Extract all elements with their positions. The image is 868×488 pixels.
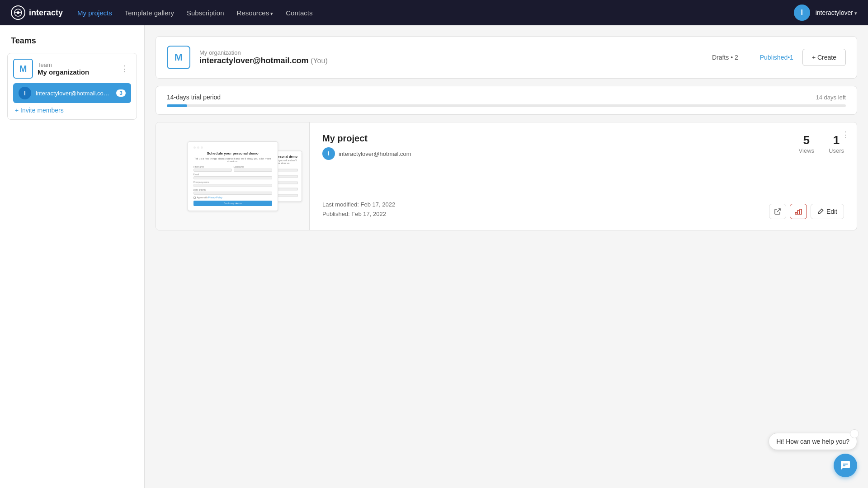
trial-bar: 14-days trial period 14 days left bbox=[156, 86, 857, 115]
preview-checkbox-text: Agree with Privacy Policy bbox=[197, 196, 222, 199]
team-card: M Team My organization ⋮ I interactylove… bbox=[7, 53, 137, 120]
chat-close-button[interactable]: − bbox=[850, 429, 859, 438]
sidebar-title: Teams bbox=[7, 36, 137, 46]
nav-subscription[interactable]: Subscription bbox=[187, 9, 224, 17]
svg-rect-6 bbox=[797, 211, 799, 214]
views-num: 5 bbox=[803, 133, 810, 147]
team-text: Team My organization bbox=[38, 61, 89, 76]
org-email: interactylover@hotmail.com bbox=[199, 56, 309, 65]
org-email-row: interactylover@hotmail.com (You) bbox=[199, 56, 703, 66]
project-actions: Edit bbox=[769, 204, 844, 219]
member-avatar: I bbox=[19, 87, 31, 99]
project-top: My project I interactylover@hotmail.com … bbox=[322, 133, 844, 160]
users-label: Users bbox=[829, 147, 844, 154]
project-title-owner: My project I interactylover@hotmail.com bbox=[322, 133, 411, 160]
preview-field-dob: Date of birth bbox=[193, 188, 272, 195]
progress-bar-fill bbox=[167, 104, 187, 107]
invite-label: + Invite members bbox=[15, 107, 64, 114]
team-info: M Team My organization bbox=[13, 59, 89, 79]
sidebar: Teams M Team My organization ⋮ I interac… bbox=[0, 25, 145, 488]
logo-text: interacty bbox=[29, 8, 63, 18]
user-name-dropdown[interactable]: interactylover bbox=[816, 9, 857, 16]
svg-point-1 bbox=[17, 11, 19, 14]
last-modified: Last modified: Feb 17, 2022 bbox=[322, 200, 395, 210]
edit-label: Edit bbox=[826, 208, 837, 215]
preview-field-name: First name Last name bbox=[193, 165, 272, 172]
team-name: My organization bbox=[38, 68, 89, 76]
owner-avatar: I bbox=[322, 147, 335, 160]
trial-days-left: 14 days left bbox=[816, 94, 846, 101]
member-row[interactable]: I interactylover@hotmail.com... 3 bbox=[13, 83, 131, 103]
svg-line-4 bbox=[777, 209, 780, 212]
page-wrapper: Teams M Team My organization ⋮ I interac… bbox=[0, 0, 868, 488]
member-email: interactylover@hotmail.com... bbox=[36, 90, 112, 97]
svg-rect-5 bbox=[795, 212, 797, 214]
org-header: M My organization interactylover@hotmail… bbox=[156, 36, 857, 79]
users-num: 1 bbox=[833, 133, 840, 147]
org-name-small: My organization bbox=[199, 49, 703, 56]
published-link[interactable]: Published•1 bbox=[760, 54, 793, 61]
project-owner: I interactylover@hotmail.com bbox=[322, 147, 411, 160]
trial-title: 14-days trial period bbox=[167, 94, 221, 101]
project-more-button[interactable]: ⋮ bbox=[841, 130, 849, 140]
chat-widget: Hi! How can we help you? − bbox=[769, 433, 857, 477]
org-you-label: (You) bbox=[311, 57, 328, 65]
svg-rect-7 bbox=[800, 209, 802, 214]
nav-my-projects[interactable]: My projects bbox=[77, 9, 112, 17]
project-preview: Schedule your personal demo Tell us a fe… bbox=[156, 122, 310, 230]
preview-field-email: Email bbox=[193, 173, 272, 179]
logo[interactable]: interacty bbox=[11, 5, 63, 20]
user-avatar-nav: I bbox=[794, 5, 810, 21]
org-info: My organization interactylover@hotmail.c… bbox=[199, 49, 703, 66]
project-info: My project I interactylover@hotmail.com … bbox=[310, 122, 857, 230]
analytics-button[interactable] bbox=[790, 204, 807, 219]
views-label: Views bbox=[799, 147, 814, 154]
navbar: interacty My projects Template gallery S… bbox=[0, 0, 868, 25]
preview-field-company: Company name bbox=[193, 181, 272, 187]
progress-bar-bg bbox=[167, 104, 846, 107]
org-stats: Drafts • 2 Published•1 bbox=[712, 53, 793, 61]
owner-email: interactylover@hotmail.com bbox=[339, 150, 411, 157]
navbar-right: I interactylover bbox=[794, 5, 857, 21]
trial-header: 14-days trial period 14 days left bbox=[167, 94, 846, 101]
published-date: Published: Feb 17, 2022 bbox=[322, 210, 395, 219]
chat-open-button[interactable] bbox=[834, 454, 857, 477]
nav-template-gallery[interactable]: Template gallery bbox=[125, 9, 174, 17]
team-label: Team bbox=[38, 61, 89, 68]
preview-main-title: Schedule your personal demo bbox=[193, 151, 272, 155]
open-external-button[interactable] bbox=[769, 204, 786, 219]
team-header: M Team My organization ⋮ bbox=[13, 59, 131, 79]
org-avatar: M bbox=[167, 46, 190, 69]
member-count: 3 bbox=[116, 89, 126, 97]
views-stat-block: 5 Views bbox=[799, 133, 814, 154]
nav-contacts[interactable]: Contacts bbox=[286, 9, 312, 17]
preview-checkbox: Agree with Privacy Policy bbox=[193, 196, 272, 199]
create-button[interactable]: + Create bbox=[802, 49, 846, 66]
team-avatar: M bbox=[13, 59, 33, 79]
team-more-button[interactable]: ⋮ bbox=[118, 63, 131, 75]
project-title: My project bbox=[322, 133, 411, 144]
nav-links: My projects Template gallery Subscriptio… bbox=[77, 9, 779, 17]
main-content: M My organization interactylover@hotmail… bbox=[145, 25, 868, 488]
preview-main-form: Schedule your personal demo Tell us a fe… bbox=[188, 141, 278, 211]
chat-bubble: Hi! How can we help you? bbox=[769, 433, 857, 450]
project-dates: Last modified: Feb 17, 2022 Published: F… bbox=[322, 200, 395, 219]
drafts-stat: Drafts • 2 bbox=[712, 54, 738, 61]
project-bottom: Last modified: Feb 17, 2022 Published: F… bbox=[322, 200, 844, 219]
project-card: ⋮ Schedule your personal demo Tell us a … bbox=[156, 122, 857, 230]
nav-resources[interactable]: Resources bbox=[237, 9, 274, 17]
edit-button[interactable]: Edit bbox=[811, 204, 844, 219]
preview-window-dots bbox=[193, 146, 272, 149]
invite-members-button[interactable]: + Invite members bbox=[13, 103, 66, 114]
preview-cta: Book my demo bbox=[193, 201, 272, 206]
logo-icon bbox=[11, 5, 25, 20]
project-stats-right: 5 Views 1 Users bbox=[799, 133, 844, 154]
preview-main-sub: Tell us a few things about yourself and … bbox=[193, 157, 272, 163]
